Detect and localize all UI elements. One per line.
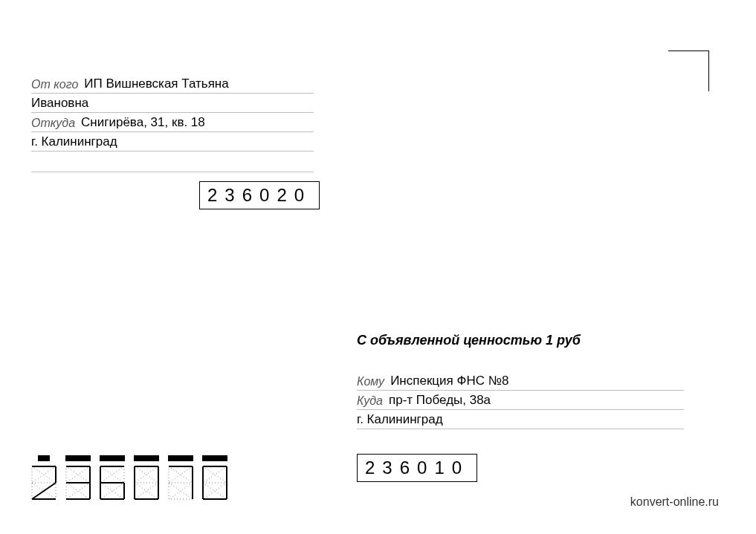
- svg-line-60: [169, 466, 193, 483]
- svg-line-6: [32, 466, 56, 483]
- label-from-addr: Откуда: [31, 117, 75, 130]
- site-watermark: konvert-online.ru: [630, 495, 719, 509]
- sender-name1: ИП Вишневская Татьяна: [84, 76, 228, 91]
- svg-line-59: [169, 466, 193, 483]
- dotted-index: [31, 455, 227, 500]
- svg-line-47: [135, 466, 158, 483]
- label-to-addr: Куда: [357, 394, 383, 408]
- svg-line-20: [66, 483, 90, 499]
- index-digit-box: [202, 466, 227, 500]
- sender-index: 236020: [207, 185, 311, 205]
- index-digit-box: [168, 466, 193, 500]
- index-bar: [134, 455, 159, 461]
- sender-index-box: 236020: [199, 181, 320, 209]
- svg-line-21: [66, 483, 90, 499]
- recipient-index: 236010: [365, 458, 469, 478]
- sender-addr1: Снигирёва, 31, кв. 18: [81, 115, 205, 130]
- envelope: От кого ИП Вишневская Татьяна Ивановна О…: [0, 0, 756, 534]
- index-digit: [31, 455, 56, 500]
- recipient-addr-line1: Куда пр-т Победы, 38а: [357, 391, 684, 410]
- svg-line-34: [100, 483, 124, 499]
- svg-line-32: [100, 466, 124, 483]
- sender-name2: Ивановна: [31, 96, 88, 111]
- svg-line-61: [169, 483, 193, 499]
- svg-line-71: [203, 466, 227, 483]
- recipient-addr2: г. Калининград: [357, 412, 443, 427]
- index-digit-box: [65, 466, 91, 500]
- stamp-corner: [668, 51, 709, 91]
- svg-line-46: [135, 466, 158, 483]
- svg-line-5: [32, 466, 56, 483]
- svg-line-48: [135, 483, 158, 499]
- recipient-name-line: Кому Инспекция ФНС №8: [357, 371, 684, 391]
- svg-line-62: [169, 483, 193, 499]
- label-to: Кому: [357, 375, 384, 388]
- index-digit: [100, 455, 125, 500]
- svg-line-18: [66, 466, 90, 483]
- recipient-index-box: 236010: [357, 454, 477, 482]
- svg-line-11: [32, 483, 56, 499]
- sender-addr2: г. Калининград: [31, 134, 117, 149]
- index-digit: [134, 455, 159, 500]
- recipient-addr-line2: г. Калининград: [357, 410, 684, 429]
- recipient-name: Инспекция ФНС №8: [390, 374, 508, 388]
- index-digit-box: [134, 466, 159, 500]
- sender-block: От кого ИП Вишневская Татьяна Ивановна О…: [31, 74, 314, 172]
- svg-line-49: [135, 483, 158, 499]
- sender-addr-line2: г. Калининград: [31, 132, 314, 152]
- index-digit: [65, 455, 91, 500]
- svg-line-33: [100, 466, 124, 483]
- sender-name-line2: Ивановна: [31, 94, 314, 113]
- sender-name-line1: От кого ИП Вишневская Татьяна: [31, 74, 314, 94]
- declared-value: С объявленной ценностью 1 руб: [357, 333, 581, 348]
- svg-line-73: [203, 483, 227, 499]
- svg-line-19: [66, 466, 90, 483]
- svg-line-70: [203, 466, 227, 483]
- index-digit-box: [100, 466, 125, 500]
- index-bar: [100, 455, 125, 461]
- index-bar: [38, 455, 50, 461]
- svg-line-35: [100, 483, 124, 499]
- sender-blank-line: [31, 157, 314, 172]
- index-bar: [65, 455, 91, 461]
- index-bar: [168, 455, 193, 461]
- sender-addr-line1: Откуда Снигирёва, 31, кв. 18: [31, 113, 314, 132]
- index-bar: [202, 455, 227, 461]
- label-from: От кого: [31, 78, 78, 91]
- recipient-block: Кому Инспекция ФНС №8 Куда пр-т Победы, …: [357, 371, 684, 429]
- index-digit-box: [31, 466, 56, 500]
- svg-line-72: [203, 483, 227, 499]
- index-digit: [168, 455, 193, 500]
- recipient-addr1: пр-т Победы, 38а: [389, 393, 491, 408]
- index-digit: [202, 455, 227, 500]
